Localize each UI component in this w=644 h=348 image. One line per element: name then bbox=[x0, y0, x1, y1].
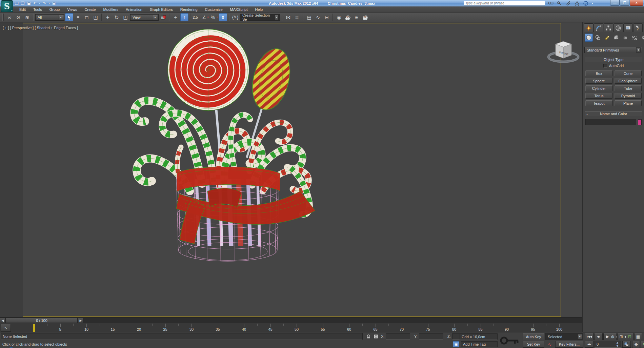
select-and-scale-icon[interactable]: ◰ bbox=[121, 13, 129, 21]
named-selection-set-field[interactable]: Create Selection Se▾ bbox=[240, 14, 280, 21]
menu-item[interactable]: Views bbox=[63, 6, 81, 13]
y-coordinate-field[interactable] bbox=[419, 333, 443, 340]
primitive-button[interactable]: Box bbox=[585, 70, 612, 76]
subtab-geometry[interactable] bbox=[585, 34, 593, 42]
key-mode-toggle-icon[interactable]: ◀▶ bbox=[585, 341, 593, 348]
close-button[interactable]: × bbox=[630, 0, 643, 6]
autogrid-checkbox[interactable] bbox=[603, 64, 607, 68]
help-icon[interactable]: ? bbox=[583, 1, 589, 6]
bind-to-space-warp-icon[interactable]: ≋ bbox=[23, 13, 31, 21]
keyboard-shortcut-override-icon[interactable]: ↑ bbox=[180, 13, 188, 21]
primitive-button[interactable]: Tube bbox=[615, 85, 642, 91]
object-name-field[interactable] bbox=[585, 119, 636, 125]
project-folder-icon[interactable]: ⊞ bbox=[52, 1, 56, 6]
current-frame-marker[interactable] bbox=[33, 324, 35, 332]
primitive-button[interactable]: Cone bbox=[615, 70, 642, 76]
select-object-button[interactable] bbox=[65, 13, 73, 21]
select-and-move-icon[interactable]: + bbox=[104, 13, 112, 21]
select-and-manipulate-icon[interactable]: ⌖ bbox=[172, 13, 180, 21]
schematic-view-icon[interactable]: ⊟ bbox=[323, 13, 331, 21]
align-icon[interactable]: ≣ bbox=[293, 13, 301, 21]
rectangular-selection-region-icon[interactable]: ◻ bbox=[83, 13, 91, 21]
subtab-systems[interactable] bbox=[640, 34, 644, 42]
current-frame-field[interactable]: 0 ▲▼ bbox=[595, 341, 621, 348]
subtab-lights[interactable] bbox=[603, 34, 611, 42]
name-color-rollout-header[interactable]: - Name and Color bbox=[585, 111, 642, 116]
menu-item[interactable]: Modifiers bbox=[99, 6, 122, 13]
pan-view-icon[interactable]: ✥ bbox=[632, 341, 640, 348]
spinner-snap-icon[interactable]: ⇕ bbox=[219, 13, 227, 21]
default-in-out-tangents-icon[interactable]: ∿ bbox=[545, 341, 554, 348]
track-bar[interactable]: ∿ 05101520253035404550556065707580859095… bbox=[0, 323, 582, 332]
menu-item[interactable]: Customize bbox=[201, 6, 226, 13]
edit-named-selection-sets-icon[interactable]: {✎} bbox=[231, 13, 239, 21]
next-frame-arrow[interactable]: ▶ bbox=[78, 318, 83, 323]
snaps-toggle-icon[interactable]: 2.5∪ bbox=[193, 13, 201, 21]
selection-lock-icon[interactable] bbox=[365, 334, 371, 339]
time-slider-track[interactable]: ◀ 0 / 100 ▶ bbox=[0, 317, 582, 323]
isolate-selection-toggle-icon[interactable]: ▣ bbox=[453, 341, 459, 347]
angle-snap-icon[interactable]: ∠∪ bbox=[201, 13, 209, 21]
add-time-tag-field[interactable]: Add Time Tag bbox=[461, 341, 498, 347]
set-key-button[interactable]: Set Key bbox=[523, 341, 544, 348]
tab-motion[interactable] bbox=[613, 23, 623, 32]
unlink-selection-icon[interactable]: ⊘ bbox=[14, 13, 22, 21]
save-file-icon[interactable]: ▣ bbox=[27, 1, 31, 6]
undo-dropdown-icon[interactable]: ▾ bbox=[39, 2, 40, 5]
toolbar-grip[interactable] bbox=[2, 14, 4, 21]
menu-item[interactable]: Help bbox=[251, 6, 267, 13]
menu-item[interactable]: MAXScript bbox=[226, 6, 251, 13]
select-and-link-icon[interactable]: ∞ bbox=[5, 13, 14, 21]
subtab-shapes[interactable] bbox=[594, 34, 602, 42]
x-coordinate-field[interactable] bbox=[386, 333, 410, 340]
tab-utilities[interactable] bbox=[633, 23, 643, 32]
set-keys-big-key-icon[interactable] bbox=[499, 333, 521, 348]
reference-coordinate-dropdown[interactable]: View▾ bbox=[130, 14, 159, 21]
open-mini-curve-editor-icon[interactable]: ∿ bbox=[1, 324, 11, 332]
search-input[interactable] bbox=[464, 1, 545, 6]
menu-item[interactable]: Create bbox=[81, 6, 99, 13]
render-production-icon[interactable]: ☕ bbox=[361, 13, 369, 21]
restore-button[interactable]: ❐ bbox=[620, 0, 629, 6]
menu-item[interactable]: Edit bbox=[16, 6, 29, 13]
graph-editors-icon[interactable]: ∿ bbox=[314, 13, 322, 21]
auto-key-button[interactable]: Auto Key bbox=[523, 333, 544, 340]
perspective-viewport[interactable]: [ + ] [ Perspective ] [ Shaded + Edged F… bbox=[0, 22, 582, 317]
mirror-icon[interactable]: ⋈ bbox=[284, 13, 292, 21]
zoom-extents-icon[interactable]: ⊡ bbox=[626, 333, 633, 340]
zoom-icon[interactable]: ⊕ bbox=[609, 333, 617, 340]
primitive-button[interactable]: Torus bbox=[585, 93, 612, 99]
render-setup-icon[interactable]: ☕ bbox=[344, 13, 352, 21]
timeline-ruler[interactable]: 0510152025303540455055606570758085909510… bbox=[32, 323, 564, 332]
redo-icon[interactable]: ↷ bbox=[43, 1, 46, 6]
selection-filter-dropdown[interactable]: All▾ bbox=[35, 14, 64, 21]
zoom-extents-all-icon[interactable]: ▦ bbox=[634, 333, 642, 340]
favorites-star-icon[interactable] bbox=[574, 1, 580, 6]
percent-snap-icon[interactable]: %∪ bbox=[210, 13, 218, 21]
object-color-swatch[interactable] bbox=[638, 119, 642, 125]
minimize-button[interactable]: — bbox=[610, 0, 620, 6]
undo-icon[interactable]: ↶ bbox=[33, 1, 37, 6]
menu-item[interactable]: Graph Editors bbox=[146, 6, 177, 13]
search-icon[interactable] bbox=[548, 1, 554, 6]
menu-item[interactable]: Tools bbox=[29, 6, 46, 13]
open-file-icon[interactable]: ❐ bbox=[21, 1, 25, 6]
viewcube[interactable]: FRONT bbox=[546, 32, 581, 64]
previous-frame-icon[interactable]: ◀‖ bbox=[594, 333, 603, 340]
category-dropdown[interactable]: Standard Primitives ▾ bbox=[584, 47, 642, 53]
subtab-space-warps[interactable] bbox=[630, 34, 639, 42]
help-dropdown-icon[interactable]: ▾ bbox=[592, 2, 593, 5]
key-login-icon[interactable] bbox=[557, 1, 563, 6]
absolute-offset-toggle-icon[interactable] bbox=[373, 334, 379, 339]
rendered-frame-window-icon[interactable]: ⊞ bbox=[353, 13, 361, 21]
frame-spinner-icon[interactable]: ▲▼ bbox=[616, 341, 619, 348]
subtab-helpers[interactable] bbox=[621, 34, 629, 42]
primitive-button[interactable]: GeoSphere bbox=[615, 78, 642, 84]
menu-item[interactable]: Animation bbox=[122, 6, 146, 13]
primitive-button[interactable]: Cylinder bbox=[585, 85, 612, 91]
time-configuration-icon[interactable] bbox=[622, 341, 631, 348]
tab-modify[interactable] bbox=[594, 23, 603, 32]
selection-set-keying-dropdown[interactable]: Selected▾ bbox=[545, 333, 583, 340]
material-editor-icon[interactable]: ◉ bbox=[335, 13, 343, 21]
object-type-rollout-header[interactable]: - Object Type bbox=[585, 57, 642, 62]
